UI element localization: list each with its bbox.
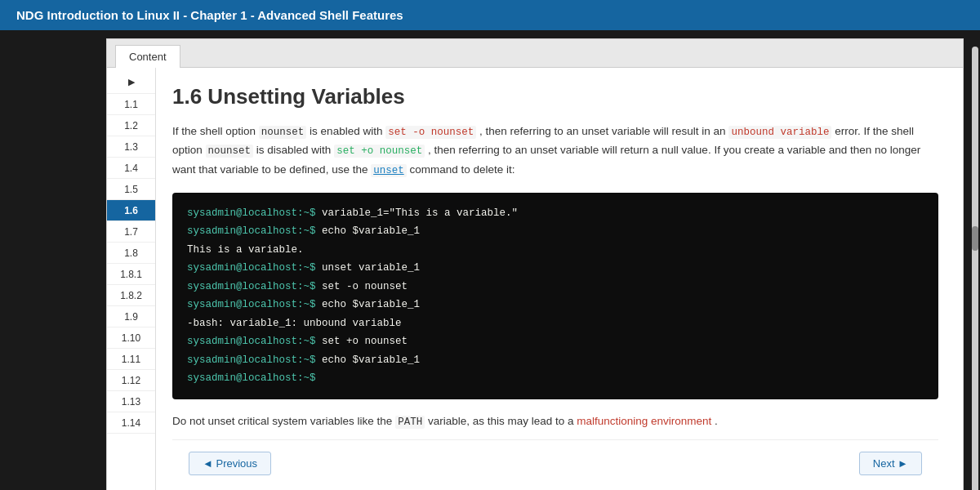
- terminal-prompt-10: sysadmin@localhost:~$: [187, 372, 316, 384]
- sidebar-item-1-8[interactable]: 1.8: [107, 243, 155, 264]
- sidebar-item-1-9[interactable]: 1.9: [107, 306, 155, 327]
- terminal-prompt-2: sysadmin@localhost:~$: [187, 225, 316, 237]
- next-button[interactable]: Next ►: [859, 452, 922, 475]
- code-nounset2: nounset: [206, 145, 254, 158]
- intro-text-3: , then referring to an unset variable wi…: [479, 125, 728, 137]
- intro-text-1: If the shell option: [172, 125, 259, 137]
- tab-bar: Content: [107, 39, 963, 68]
- page-title: NDG Introduction to Linux II - Chapter 1…: [16, 8, 403, 22]
- terminal-line-1: sysadmin@localhost:~$ variable_1="This i…: [187, 204, 924, 223]
- scrollbar-thumb[interactable]: [972, 226, 978, 251]
- code-set-plus-nounset: set +o nounset: [334, 145, 425, 158]
- code-unset: unset: [371, 164, 407, 177]
- terminal-prompt-8: sysadmin@localhost:~$: [187, 336, 316, 347]
- sidebar-item-1-8-2[interactable]: 1.8.2: [107, 285, 155, 306]
- warning-text-1: Do not unset critical system variables l…: [172, 415, 395, 427]
- terminal-line-6: sysadmin@localhost:~$ echo $variable_1: [187, 296, 924, 314]
- sidebar-item-1-7[interactable]: 1.7: [107, 221, 155, 243]
- terminal-cmd-8: set +o nounset: [322, 336, 408, 347]
- terminal-prompt-6: sysadmin@localhost:~$: [187, 299, 316, 310]
- terminal-line-2: sysadmin@localhost:~$ echo $variable_1: [187, 222, 924, 241]
- terminal-cmd-2: echo $variable_1: [322, 225, 420, 237]
- terminal-output-3: This is a variable.: [187, 244, 304, 256]
- sidebar-item-1-14[interactable]: 1.14: [107, 412, 155, 434]
- terminal-line-3: This is a variable.: [187, 241, 924, 260]
- terminal-block: sysadmin@localhost:~$ variable_1="This i…: [172, 193, 938, 399]
- previous-button[interactable]: ◄ Previous: [189, 452, 271, 475]
- terminal-cmd-9: echo $variable_1: [322, 354, 420, 366]
- intro-text-7: command to delete it:: [409, 163, 514, 176]
- terminal-line-4: sysadmin@localhost:~$ unset variable_1: [187, 259, 924, 278]
- page-body: 1.6 Unsetting Variables If the shell opt…: [156, 68, 963, 490]
- terminal-output-7: -bash: variable_1: unbound variable: [187, 318, 402, 329]
- warning-link: malfunctioning environment: [577, 415, 711, 427]
- terminal-line-9: sysadmin@localhost:~$ echo $variable_1: [187, 351, 924, 370]
- sidebar-item-1-6[interactable]: 1.6: [107, 200, 155, 221]
- code-unbound-variable: unbound variable: [728, 126, 831, 139]
- scrollbar-track[interactable]: [972, 47, 978, 490]
- right-gutter: [964, 38, 980, 490]
- warning-paragraph: Do not unset critical system variables l…: [172, 412, 938, 431]
- warning-text-2: variable, as this may lead to a: [428, 415, 577, 427]
- content-area: Content ▶ 1.1 1.2 1.3 1.4 1.5 1.6 1.7 1.…: [106, 38, 964, 490]
- code-set-o-nounset: set -o nounset: [385, 126, 476, 139]
- code-nounset1: nounset: [259, 126, 307, 139]
- terminal-cmd-6: echo $variable_1: [322, 299, 420, 310]
- left-gutter: [0, 38, 106, 490]
- sidebar-arrow[interactable]: ▶: [107, 71, 155, 94]
- tab-content[interactable]: Content: [115, 45, 180, 68]
- sidebar-item-1-13[interactable]: 1.13: [107, 391, 155, 412]
- intro-text-5: is disabled with: [256, 144, 334, 156]
- sidebar-item-1-5[interactable]: 1.5: [107, 179, 155, 200]
- terminal-line-8: sysadmin@localhost:~$ set +o nounset: [187, 332, 924, 351]
- terminal-line-7: -bash: variable_1: unbound variable: [187, 314, 924, 333]
- terminal-prompt-5: sysadmin@localhost:~$: [187, 281, 316, 292]
- terminal-cmd-1: variable_1="This is a variable.": [322, 207, 518, 219]
- sidebar-item-1-3[interactable]: 1.3: [107, 136, 155, 158]
- section-title: 1.6 Unsetting Variables: [172, 84, 938, 109]
- terminal-line-5: sysadmin@localhost:~$ set -o nounset: [187, 278, 924, 296]
- sidebar-item-1-4[interactable]: 1.4: [107, 158, 155, 179]
- navigation-bar: ◄ Previous Next ►: [172, 439, 938, 487]
- terminal-prompt-4: sysadmin@localhost:~$: [187, 262, 316, 274]
- sidebar-item-1-2[interactable]: 1.2: [107, 115, 155, 136]
- warning-text-3: .: [715, 415, 718, 427]
- code-path: PATH: [395, 416, 425, 429]
- intro-paragraph: If the shell option nounset is enabled w…: [172, 122, 938, 180]
- terminal-prompt-9: sysadmin@localhost:~$: [187, 354, 316, 366]
- sidebar-item-1-10[interactable]: 1.10: [107, 327, 155, 349]
- terminal-cmd-5: set -o nounset: [322, 281, 408, 292]
- sidebar: ▶ 1.1 1.2 1.3 1.4 1.5 1.6 1.7 1.8 1.8.1 …: [107, 68, 156, 490]
- sidebar-item-1-1[interactable]: 1.1: [107, 94, 155, 115]
- sidebar-item-1-12[interactable]: 1.12: [107, 370, 155, 391]
- sidebar-item-1-8-1[interactable]: 1.8.1: [107, 264, 155, 285]
- terminal-cmd-4: unset variable_1: [322, 262, 420, 274]
- terminal-prompt-1: sysadmin@localhost:~$: [187, 207, 316, 219]
- intro-text-2: is enabled with: [310, 125, 385, 137]
- top-bar: NDG Introduction to Linux II - Chapter 1…: [0, 0, 980, 30]
- terminal-line-10: sysadmin@localhost:~$: [187, 369, 924, 388]
- main-content: ▶ 1.1 1.2 1.3 1.4 1.5 1.6 1.7 1.8 1.8.1 …: [107, 68, 963, 490]
- sidebar-item-1-11[interactable]: 1.11: [107, 349, 155, 370]
